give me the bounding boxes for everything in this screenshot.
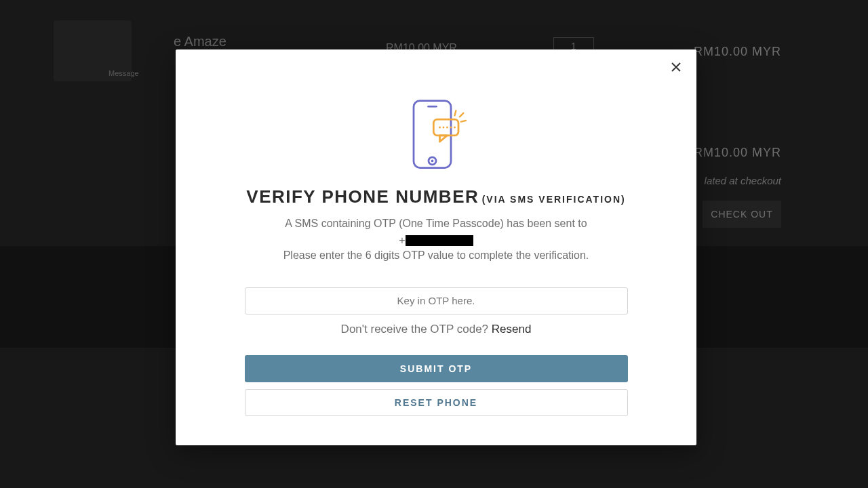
verify-phone-modal: VERIFY PHONE NUMBER (VIA SMS VERIFICATIO…	[176, 49, 696, 445]
modal-title: VERIFY PHONE NUMBER	[246, 186, 479, 207]
phone-prefix: +	[399, 235, 405, 246]
resend-link[interactable]: Resend	[492, 323, 532, 336]
reset-phone-button[interactable]: RESET PHONE	[245, 389, 628, 416]
close-button[interactable]	[669, 60, 683, 74]
svg-point-11	[454, 126, 456, 128]
modal-description-2: Please enter the 6 digits OTP value to c…	[200, 249, 672, 262]
phone-sms-icon	[200, 97, 672, 171]
modal-description-1: A SMS containing OTP (One Time Passcode)…	[200, 214, 672, 232]
svg-line-14	[455, 110, 456, 115]
svg-line-12	[460, 113, 464, 117]
svg-point-8	[443, 126, 445, 128]
submit-otp-button[interactable]: SUBMIT OTP	[245, 355, 628, 382]
svg-line-13	[461, 121, 466, 122]
phone-mask	[406, 235, 473, 246]
masked-phone-row: +	[200, 234, 672, 247]
otp-form: Don't receive the OTP code? Resend SUBMI…	[245, 287, 628, 416]
modal-title-row: VERIFY PHONE NUMBER (VIA SMS VERIFICATIO…	[200, 186, 672, 207]
svg-point-5	[431, 160, 434, 163]
close-icon	[671, 62, 682, 73]
svg-point-9	[446, 126, 448, 128]
otp-input[interactable]	[245, 287, 628, 314]
svg-point-7	[439, 126, 441, 128]
svg-rect-3	[427, 106, 437, 108]
resend-row: Don't receive the OTP code? Resend	[245, 323, 628, 336]
resend-prompt: Don't receive the OTP code?	[341, 323, 492, 336]
modal-subtitle: (VIA SMS VERIFICATION)	[482, 194, 626, 205]
svg-point-10	[450, 126, 452, 128]
